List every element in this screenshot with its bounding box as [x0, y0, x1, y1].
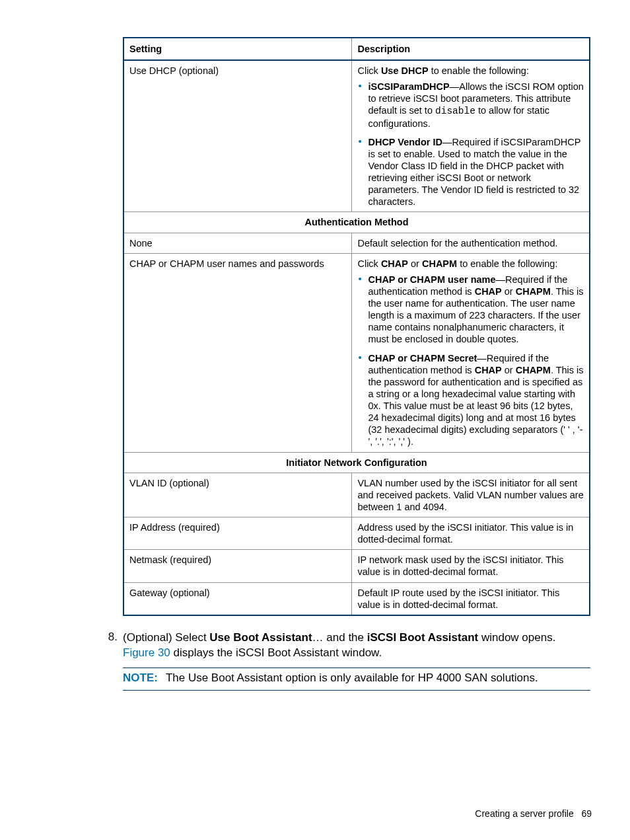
bullet-chap-username-bold: CHAP or CHAPM user name — [368, 274, 495, 285]
bullet-chap-secret-rest: . This is the password for authenticatio… — [368, 365, 583, 447]
bullet-chap-secret-chapm: CHAPM — [516, 365, 551, 375]
bullet-iscsiparamdhcp-mono: disable — [435, 106, 475, 116]
note-block: NOTE:The Use Boot Assistant option is on… — [123, 668, 590, 691]
content-area: Setting Description Use DHCP (optional) … — [123, 37, 590, 691]
section-initiator-network-label: Initiator Network Configuration — [123, 452, 590, 473]
step-8-text-d: displays the iSCSI Boot Assistant window… — [170, 646, 382, 659]
step-8: 8. (Optional) Select Use Boot Assistant…… — [88, 630, 590, 661]
row-ip: IP Address (required) Address used by th… — [123, 517, 590, 550]
bullet-chap-username-chap: CHAP — [475, 286, 502, 297]
chap-intro-c: to enable the following: — [457, 258, 557, 269]
cell-auth-none-desc: Default selection for the authentication… — [352, 233, 590, 253]
bullet-chap-username-or: or — [502, 286, 516, 297]
step-8-text-b: … and the — [312, 631, 367, 644]
footer-title: Creating a server profile — [475, 808, 573, 819]
section-auth-method-label: Authentication Method — [123, 212, 590, 233]
bullet-dhcp-vendor-id: DHCP Vendor ID—Required if iSCSIParamDHC… — [357, 136, 584, 208]
cell-netmask-desc: IP network mask used by the iSCSI initia… — [352, 550, 590, 582]
cell-ip-setting: IP Address (required) — [123, 517, 352, 550]
row-use-dhcp: Use DHCP (optional) Click Use DHCP to en… — [123, 60, 590, 212]
bullet-iscsiparamdhcp-bold: iSCSIParamDHCP — [368, 81, 449, 92]
use-dhcp-intro-post: to enable the following: — [429, 65, 529, 76]
cell-gateway-setting: Gateway (optional) — [123, 582, 352, 615]
footer-page-number: 69 — [581, 808, 592, 819]
chap-intro-mid: or — [408, 258, 422, 269]
row-auth-none: None Default selection for the authentic… — [123, 233, 590, 253]
chap-intro-b2: CHAPM — [422, 258, 457, 269]
row-vlan: VLAN ID (optional) VLAN number used by t… — [123, 473, 590, 517]
cell-vlan-setting: VLAN ID (optional) — [123, 473, 352, 517]
settings-table: Setting Description Use DHCP (optional) … — [123, 37, 590, 616]
step-8-number: 8. — [88, 630, 123, 661]
bullet-chap-secret: CHAP or CHAPM Secret—Required if the aut… — [357, 352, 584, 448]
step-8-text-a: (Optional) Select — [123, 631, 209, 644]
cell-netmask-setting: Netmask (required) — [123, 550, 352, 582]
header-setting: Setting — [123, 38, 352, 60]
bullet-iscsiparamdhcp: iSCSIParamDHCP—Allows the iSCSI ROM opti… — [357, 81, 584, 130]
section-initiator-network: Initiator Network Configuration — [123, 452, 590, 473]
bullet-chap-secret-or: or — [502, 365, 516, 375]
use-dhcp-bullets: iSCSIParamDHCP—Allows the iSCSI ROM opti… — [357, 81, 584, 208]
row-gateway: Gateway (optional) Default IP route used… — [123, 582, 590, 615]
bullet-chap-secret-chap: CHAP — [475, 365, 502, 375]
row-chap: CHAP or CHAPM user names and passwords C… — [123, 253, 590, 452]
use-dhcp-intro-pre: Click — [357, 65, 380, 76]
cell-chap-desc: Click CHAP or CHAPM to enable the follow… — [352, 253, 590, 452]
page-footer: Creating a server profile 69 — [475, 808, 592, 819]
chap-intro-b1: CHAP — [381, 258, 408, 269]
cell-use-dhcp-desc: Click Use DHCP to enable the following: … — [352, 60, 590, 212]
cell-auth-none-setting: None — [123, 233, 352, 253]
bullet-chap-username: CHAP or CHAPM user name—Required if the … — [357, 274, 584, 346]
step-8-bold1: Use Boot Assistant — [209, 631, 312, 644]
chap-bullets: CHAP or CHAPM user name—Required if the … — [357, 274, 584, 448]
note-text: The Use Boot Assistant option is only av… — [166, 671, 538, 684]
cell-ip-desc: Address used by the iSCSI initiator. Thi… — [352, 517, 590, 550]
cell-vlan-desc: VLAN number used by the iSCSI initiator … — [352, 473, 590, 517]
section-auth-method: Authentication Method — [123, 212, 590, 233]
table-header-row: Setting Description — [123, 38, 590, 60]
bullet-dhcp-vendor-id-bold: DHCP Vendor ID — [368, 137, 442, 147]
bullet-chap-secret-bold: CHAP or CHAPM Secret — [368, 353, 477, 363]
cell-gateway-desc: Default IP route used by the iSCSI initi… — [352, 582, 590, 615]
row-netmask: Netmask (required) IP network mask used … — [123, 550, 590, 582]
note-label: NOTE: — [123, 671, 158, 686]
cell-chap-setting: CHAP or CHAPM user names and passwords — [123, 253, 352, 452]
step-8-text-c: window opens. — [478, 631, 555, 644]
use-dhcp-intro-bold: Use DHCP — [381, 65, 429, 76]
header-description: Description — [352, 38, 590, 60]
page: Setting Description Use DHCP (optional) … — [0, 0, 630, 840]
cell-use-dhcp-setting: Use DHCP (optional) — [123, 60, 352, 212]
step-8-body: (Optional) Select Use Boot Assistant… an… — [123, 630, 590, 661]
chap-intro-a: Click — [357, 258, 380, 269]
step-8-bold2: iSCSI Boot Assistant — [367, 631, 478, 644]
figure-30-link[interactable]: Figure 30 — [123, 646, 170, 659]
bullet-chap-username-chapm: CHAPM — [516, 286, 551, 297]
